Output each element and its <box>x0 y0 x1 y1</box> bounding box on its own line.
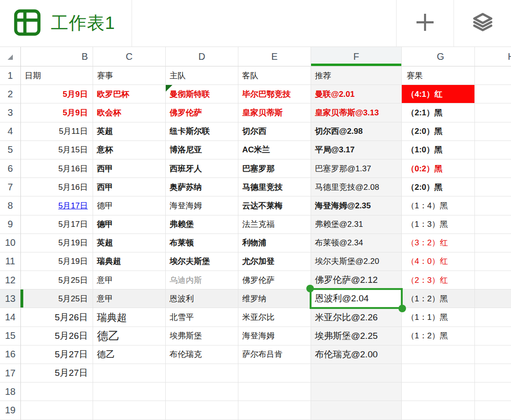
cell-E17[interactable] <box>238 364 311 383</box>
cell-B10[interactable]: 5月19日 <box>21 234 93 252</box>
cell-F14[interactable]: 米亚尔比@2.26 <box>311 308 402 327</box>
column-header-H[interactable]: H <box>475 47 511 66</box>
cell-B2[interactable]: 5月9日 <box>21 85 93 103</box>
cell-B6[interactable]: 5月16日 <box>21 159 93 178</box>
column-header-C[interactable]: C <box>93 47 166 66</box>
cell-H1[interactable] <box>475 66 511 85</box>
row-header-19[interactable]: 19 <box>0 401 21 420</box>
cell-D12[interactable]: 乌迪内斯 <box>166 271 238 289</box>
cell-H5[interactable] <box>475 141 511 159</box>
cell-D11[interactable]: 埃尔夫斯堡 <box>166 252 238 271</box>
cell-B14[interactable]: 5月26日 <box>21 308 93 327</box>
row-header-3[interactable]: 3 <box>0 103 21 122</box>
cell-H18[interactable] <box>475 383 511 401</box>
cell-E2[interactable]: 毕尔巴鄂竞技 <box>238 85 311 103</box>
cell-B4[interactable]: 5月11日 <box>21 122 93 141</box>
cell-C17[interactable] <box>93 364 166 383</box>
sheet-tab[interactable]: 工作表1 <box>0 0 132 47</box>
row-header-6[interactable]: 6 <box>0 159 21 178</box>
select-all-corner[interactable] <box>0 47 21 66</box>
cell-C12[interactable]: 意甲 <box>93 271 166 289</box>
cell-E16[interactable]: 萨尔布吕肯 <box>238 345 311 364</box>
cell-C11[interactable]: 瑞典超 <box>93 252 166 271</box>
cell-B7[interactable]: 5月16日 <box>21 178 93 196</box>
cell-D2[interactable]: 曼彻斯特联 <box>166 85 238 103</box>
row-header-2[interactable]: 2 <box>0 85 21 103</box>
cell-H11[interactable] <box>475 252 511 271</box>
row-header-17[interactable]: 17 <box>0 364 21 383</box>
cell-C7[interactable]: 西甲 <box>93 178 166 196</box>
cell-E8[interactable]: 云达不莱梅 <box>238 196 311 215</box>
cell-G9[interactable]: （1：3）黑 <box>402 215 475 234</box>
cell-H15[interactable] <box>475 327 511 345</box>
cell-G2[interactable]: （4:1）红 <box>402 85 475 103</box>
cell-H12[interactable] <box>475 271 511 289</box>
cell-H7[interactable] <box>475 178 511 196</box>
cell-F10[interactable]: 布莱顿@2.34 <box>311 234 402 252</box>
cell-H14[interactable] <box>475 308 511 327</box>
row-header-14[interactable]: 14 <box>0 308 21 327</box>
cell-D15[interactable]: 埃弗斯堡 <box>166 327 238 345</box>
cell-G18[interactable] <box>402 383 475 401</box>
row-header-5[interactable]: 5 <box>0 141 21 159</box>
cell-H16[interactable] <box>475 345 511 364</box>
row-header-8[interactable]: 8 <box>0 196 21 215</box>
cell-D8[interactable]: 海登海姆 <box>166 196 238 215</box>
add-button[interactable] <box>396 0 454 47</box>
selection-handle-top-left[interactable] <box>306 285 314 292</box>
cell-F2[interactable]: 曼联@2.01 <box>311 85 402 103</box>
cell-E3[interactable]: 皇家贝蒂斯 <box>238 103 311 122</box>
cell-B5[interactable]: 5月15日 <box>21 141 93 159</box>
cell-G19[interactable] <box>402 401 475 420</box>
cell-F16[interactable]: 布伦瑞克@2.00 <box>311 345 402 364</box>
cell-H19[interactable] <box>475 401 511 420</box>
cell-H13[interactable] <box>475 289 511 308</box>
cell-G10[interactable]: （3：2）红 <box>402 234 475 252</box>
cell-B17[interactable]: 5月27日 <box>21 364 93 383</box>
cell-F13[interactable]: 恩波利@2.04 <box>311 289 402 308</box>
cell-F3[interactable]: 皇家贝蒂斯@3.13 <box>311 103 402 122</box>
cell-G17[interactable] <box>402 364 475 383</box>
row-header-16[interactable]: 16 <box>0 345 21 364</box>
cell-D17[interactable] <box>166 364 238 383</box>
cell-B15[interactable]: 5月26日 <box>21 327 93 345</box>
cell-E14[interactable]: 米亚尔比 <box>238 308 311 327</box>
cell-C13[interactable]: 意甲 <box>93 289 166 308</box>
cell-B3[interactable]: 5月9日 <box>21 103 93 122</box>
cell-G12[interactable]: （2：3）红 <box>402 271 475 289</box>
cell-E5[interactable]: AC米兰 <box>238 141 311 159</box>
cell-H6[interactable] <box>475 159 511 178</box>
row-header-13[interactable]: 13 <box>0 289 21 308</box>
row-header-10[interactable]: 10 <box>0 234 21 252</box>
cell-F1[interactable]: 推荐 <box>311 66 402 85</box>
cell-G16[interactable] <box>402 345 475 364</box>
cell-F7[interactable]: 马德里竞技@2.08 <box>311 178 402 196</box>
cell-D16[interactable]: 布伦瑞克 <box>166 345 238 364</box>
cell-G3[interactable]: （2:1）黑 <box>402 103 475 122</box>
column-header-G[interactable]: G <box>402 47 475 66</box>
cell-E12[interactable]: 佛罗伦萨 <box>238 271 311 289</box>
cell-F11[interactable]: 埃尔夫斯堡@2.20 <box>311 252 402 271</box>
column-header-F[interactable]: F <box>311 47 402 66</box>
row-header-7[interactable]: 7 <box>0 178 21 196</box>
cell-E6[interactable]: 巴塞罗那 <box>238 159 311 178</box>
cell-C8[interactable]: 德甲 <box>93 196 166 215</box>
cell-B19[interactable] <box>21 401 93 420</box>
cell-C10[interactable]: 英超 <box>93 234 166 252</box>
cell-E15[interactable]: 海登海姆 <box>238 327 311 345</box>
cell-B16[interactable]: 5月27日 <box>21 345 93 364</box>
cell-C19[interactable] <box>93 401 166 420</box>
column-header-E[interactable]: E <box>238 47 311 66</box>
cell-F9[interactable]: 弗赖堡@2.31 <box>311 215 402 234</box>
cell-C5[interactable]: 意杯 <box>93 141 166 159</box>
cell-B13[interactable]: 5月25日 <box>21 289 93 308</box>
cell-D6[interactable]: 西班牙人 <box>166 159 238 178</box>
cell-E11[interactable]: 尤尔加登 <box>238 252 311 271</box>
cell-D14[interactable]: 北雪平 <box>166 308 238 327</box>
row-header-9[interactable]: 9 <box>0 215 21 234</box>
cell-C2[interactable]: 欧罗巴杯 <box>93 85 166 103</box>
column-header-D[interactable]: D <box>166 47 238 66</box>
row-header-12[interactable]: 12 <box>0 271 21 289</box>
cell-F18[interactable] <box>311 383 402 401</box>
cell-E10[interactable]: 利物浦 <box>238 234 311 252</box>
